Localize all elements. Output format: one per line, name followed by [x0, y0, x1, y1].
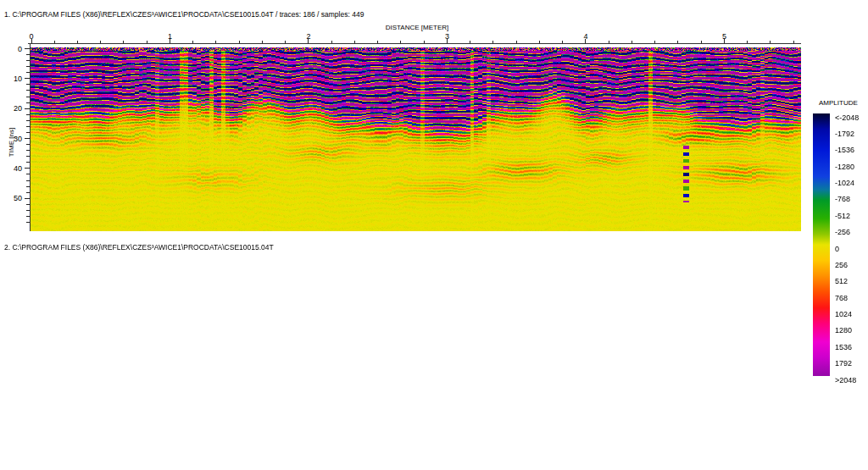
colorbar-tick-label: -1536	[835, 146, 854, 154]
colorbar-tick-label: 768	[835, 294, 848, 302]
colorbar-title: AMPLITUDE	[819, 99, 858, 107]
distance-minor-tick	[516, 41, 517, 43]
distance-minor-tick	[677, 41, 678, 43]
colorbar-tick-label: 1792	[835, 359, 852, 368]
distance-minor-tick	[793, 41, 794, 43]
colorbar-tick-label: -1792	[835, 130, 854, 138]
distance-minor-tick	[123, 41, 124, 43]
section2-title: 2. C:\PROGRAM FILES (X86)\REFLEX\CZES³AW…	[4, 243, 274, 252]
distance-minor-tick	[400, 41, 401, 43]
distance-tick-label: 0	[21, 32, 42, 41]
time-major-tick	[25, 138, 30, 139]
distance-minor-tick	[562, 41, 563, 43]
distance-minor-tick	[215, 41, 216, 43]
time-minor-tick	[26, 126, 30, 127]
time-minor-tick	[26, 216, 30, 217]
colorbar-gradient	[813, 113, 830, 376]
distance-minor-tick	[539, 41, 540, 43]
colorbar-tick-label: -768	[835, 195, 850, 203]
reflex-window: 1. C:\PROGRAM FILES (X86)\REFLEX\CZES³AW…	[0, 0, 868, 470]
time-minor-tick	[26, 192, 30, 193]
time-minor-tick	[26, 84, 30, 85]
distance-minor-tick	[770, 41, 771, 43]
radargram-canvas[interactable]	[31, 47, 801, 231]
time-major-tick	[25, 78, 30, 79]
time-major-tick	[25, 48, 30, 49]
colorbar-tick-label: -1024	[835, 179, 854, 187]
time-minor-tick	[26, 120, 30, 121]
time-major-tick	[25, 198, 30, 199]
time-minor-tick	[26, 97, 30, 97]
time-minor-tick	[26, 174, 30, 174]
time-minor-tick	[26, 114, 30, 115]
distance-minor-tick	[424, 41, 425, 43]
time-minor-tick	[26, 54, 30, 55]
time-minor-tick	[26, 66, 30, 67]
colorbar-tick-label: >2048	[835, 376, 856, 384]
distance-minor-tick	[654, 41, 655, 43]
distance-tick-label: 2	[298, 32, 319, 41]
time-minor-tick	[26, 90, 30, 91]
time-tick-label: 0	[7, 45, 22, 53]
time-minor-tick	[26, 156, 30, 157]
distance-minor-tick	[192, 41, 193, 43]
distance-tick-label: 1	[159, 32, 180, 41]
distance-major-tick	[308, 39, 309, 43]
time-minor-tick	[26, 150, 30, 151]
distance-minor-tick	[285, 41, 286, 43]
time-minor-tick	[26, 60, 30, 61]
colorbar-tick-label: <-2048	[835, 113, 859, 122]
time-minor-tick	[26, 186, 30, 187]
time-minor-tick	[26, 210, 30, 211]
distance-major-tick	[724, 39, 725, 43]
colorbar-tick-label: 0	[835, 245, 839, 253]
distance-minor-tick	[77, 41, 78, 43]
time-axis-label: TIME [ns]	[8, 119, 16, 166]
distance-tick-label: 3	[437, 32, 457, 41]
time-tick-label: 20	[7, 104, 22, 113]
colorbar-tick-label: 1536	[835, 343, 852, 351]
time-minor-tick	[26, 102, 30, 103]
colorbar-tick-label: 1024	[835, 310, 852, 318]
time-minor-tick	[26, 222, 30, 223]
distance-minor-tick	[54, 41, 55, 43]
colorbar-tick-label: -1280	[835, 163, 854, 171]
section1-title: 1. C:\PROGRAM FILES (X86)\REFLEX\CZES³AW…	[4, 10, 364, 19]
distance-minor-tick	[147, 41, 147, 43]
colorbar-tick-label: 256	[835, 261, 848, 269]
time-tick-label: 10	[7, 75, 22, 83]
time-minor-tick	[26, 132, 30, 133]
distance-minor-tick	[239, 41, 240, 43]
time-minor-tick	[26, 72, 30, 73]
distance-major-tick	[447, 39, 448, 43]
distance-minor-tick	[492, 41, 493, 43]
time-major-tick	[25, 108, 30, 109]
distance-minor-tick	[262, 41, 263, 43]
distance-minor-tick	[377, 41, 378, 43]
distance-minor-tick	[701, 41, 702, 43]
distance-minor-tick	[632, 41, 632, 43]
distance-minor-tick	[100, 41, 101, 43]
distance-minor-tick	[609, 41, 609, 43]
time-minor-tick	[26, 144, 30, 145]
time-minor-tick	[26, 180, 30, 181]
time-minor-tick	[26, 162, 30, 163]
time-tick-label: 50	[7, 194, 22, 202]
colorbar-tick-label: -512	[835, 212, 850, 220]
distance-major-tick	[31, 39, 32, 43]
distance-tick-label: 4	[576, 32, 596, 41]
distance-major-tick	[585, 39, 586, 43]
distance-axis-line	[28, 43, 801, 44]
time-minor-tick	[26, 204, 30, 205]
distance-tick-label: 5	[714, 32, 734, 41]
time-major-tick	[25, 168, 30, 169]
colorbar-tick-label: -256	[835, 228, 850, 236]
colorbar-tick-label: 1280	[835, 326, 852, 335]
colorbar-tick-label: 512	[835, 277, 848, 285]
distance-minor-tick	[354, 41, 355, 43]
distance-major-tick	[170, 39, 170, 43]
distance-minor-tick	[470, 41, 470, 43]
distance-axis-label: DISTANCE [METER]	[349, 24, 485, 31]
distance-minor-tick	[331, 41, 332, 43]
distance-minor-tick	[747, 41, 748, 43]
